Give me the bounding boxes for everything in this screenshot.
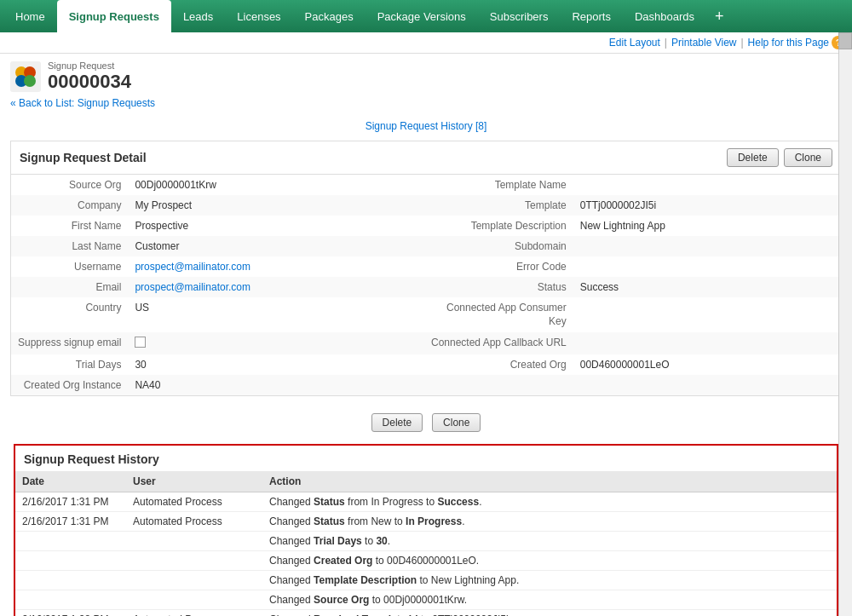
value-company: My Prospect (128, 195, 399, 216)
label-created-org: Created Org (424, 354, 573, 375)
nav-subscribers[interactable]: Subscribers (478, 0, 561, 32)
col-header-date: Date (15, 471, 126, 492)
value-template: 0TTj0000002JI5i (573, 195, 841, 216)
history-table: Date User Action 2/16/2017 1:31 PMAutoma… (15, 471, 837, 616)
history-anchor-link[interactable]: Signup Request History [8] (366, 120, 487, 132)
nav-home[interactable]: Home (3, 0, 57, 32)
history-date: 2/16/2017 1:31 PM (15, 512, 126, 532)
page-content: Signup Request 00000034 « Back to List: … (0, 54, 852, 616)
record-header-text: Signup Request 00000034 (48, 60, 131, 93)
detail-buttons: Delete Clone (727, 148, 832, 167)
history-action: Changed Created Org to 00D460000001LeO. (262, 551, 837, 571)
label-subdomain: Subdomain (424, 236, 573, 256)
username-link[interactable]: prospect@mailinator.com (135, 261, 250, 273)
col-header-action: Action (262, 471, 837, 492)
history-date (15, 590, 126, 610)
label-username: Username (11, 256, 128, 277)
value-source-org: 00Dj0000001tKrw (128, 175, 399, 196)
label-template: Template (424, 195, 573, 216)
label-created-org-instance: Created Org Instance (11, 375, 128, 395)
table-row: Trial Days 30 Created Org 00D460000001Le… (11, 354, 841, 375)
label-connected-app-callback-url: Connected App Callback URL (424, 332, 573, 354)
detail-section: Signup Request Detail Delete Clone Sourc… (10, 141, 842, 396)
history-user (126, 590, 262, 610)
scrollbar[interactable] (838, 32, 852, 616)
history-section: Signup Request History Date User Action … (14, 444, 838, 616)
history-title: Signup Request History (24, 452, 159, 466)
record-header: Signup Request 00000034 (10, 60, 842, 93)
table-row: Last Name Customer Subdomain (11, 236, 841, 256)
nav-add-button[interactable]: + (706, 0, 733, 32)
label-error-code: Error Code (424, 256, 573, 277)
history-user: Automated Process (126, 512, 262, 532)
email-link[interactable]: prospect@mailinator.com (135, 281, 250, 293)
record-type: Signup Request (48, 60, 131, 71)
table-row: Suppress signup email Connected App Call… (11, 332, 841, 354)
delete-button-top[interactable]: Delete (727, 148, 779, 167)
sep2: | (740, 37, 743, 49)
table-row: First Name Prospective Template Descript… (11, 216, 841, 236)
history-link-container: Signup Request History [8] (10, 119, 842, 132)
scrollbar-thumb[interactable] (838, 32, 852, 49)
value-template-description: New Lightning App (573, 216, 841, 236)
nav-leads[interactable]: Leads (171, 0, 225, 32)
value-username: prospect@mailinator.com (128, 256, 399, 277)
history-action: Changed Source Org to 00Dj0000001tKrw. (262, 590, 837, 610)
history-header: Signup Request History (15, 446, 837, 471)
history-user: Automated Process (126, 610, 262, 616)
history-user: Automated Process (126, 492, 262, 512)
label-trial-days: Trial Days (11, 354, 128, 375)
nav-package-versions[interactable]: Package Versions (366, 0, 478, 32)
value-email: prospect@mailinator.com (128, 277, 399, 297)
history-table-row: Changed Template Description to New Ligh… (15, 571, 837, 590)
nav-packages[interactable]: Packages (293, 0, 366, 32)
detail-table: Source Org 00Dj0000001tKrw Template Name… (11, 174, 841, 395)
label-template-name: Template Name (424, 175, 573, 196)
label-email: Email (11, 277, 128, 297)
history-table-row: Changed Trial Days to 30. (15, 532, 837, 551)
value-subdomain (573, 236, 841, 256)
value-error-code (573, 256, 841, 277)
printable-view-link[interactable]: Printable View (671, 37, 737, 49)
bottom-buttons: Delete Clone (10, 406, 842, 439)
back-link[interactable]: « Back to List: Signup Requests (10, 97, 155, 109)
value-connected-app-consumer-key (573, 297, 841, 332)
history-date (15, 571, 126, 590)
detail-header: Signup Request Detail Delete Clone (11, 141, 841, 174)
nav-dashboards[interactable]: Dashboards (623, 0, 706, 32)
main-nav: Home Signup Requests Leads Licenses Pack… (0, 0, 852, 32)
value-created-org: 00D460000001LeO (573, 354, 841, 375)
label-suppress-signup-email: Suppress signup email (11, 332, 128, 354)
nav-reports[interactable]: Reports (560, 0, 623, 32)
help-link[interactable]: Help for this Page (748, 37, 829, 49)
label-company: Company (11, 195, 128, 216)
clone-button-bottom[interactable]: Clone (432, 413, 481, 432)
history-table-row: Changed Created Org to 00D460000001LeO. (15, 551, 837, 571)
value-suppress-signup-email (128, 332, 399, 354)
history-table-header-row: Date User Action (15, 471, 837, 492)
delete-button-bottom[interactable]: Delete (371, 413, 423, 432)
clone-button-top[interactable]: Clone (784, 148, 832, 167)
table-row: Country US Connected App ConsumerKey (11, 297, 841, 332)
history-action: Changed Resolved Template Id to 0TTj0000… (262, 610, 837, 616)
record-icon (10, 61, 41, 92)
history-user (126, 571, 262, 590)
value-country: US (128, 297, 399, 332)
detail-title: Signup Request Detail (20, 151, 147, 164)
value-created-org-instance: NA40 (128, 375, 399, 395)
nav-signup-requests[interactable]: Signup Requests (57, 0, 171, 32)
label-first-name: First Name (11, 216, 128, 236)
value-last-name: Customer (128, 236, 399, 256)
table-row: Created Org Instance NA40 (11, 375, 841, 395)
table-row: Email prospect@mailinator.com Status Suc… (11, 277, 841, 297)
edit-layout-link[interactable]: Edit Layout (609, 37, 660, 49)
history-action: Changed Template Description to New Ligh… (262, 571, 837, 590)
history-date (15, 532, 126, 551)
suppress-signup-email-checkbox[interactable] (135, 337, 146, 348)
label-connected-app-consumer-key: Connected App ConsumerKey (424, 297, 573, 332)
nav-licenses[interactable]: Licenses (225, 0, 292, 32)
svg-rect-0 (10, 61, 41, 92)
history-table-row: 2/16/2017 1:31 PMAutomated ProcessChange… (15, 512, 837, 532)
history-user (126, 532, 262, 551)
history-date (15, 551, 126, 571)
